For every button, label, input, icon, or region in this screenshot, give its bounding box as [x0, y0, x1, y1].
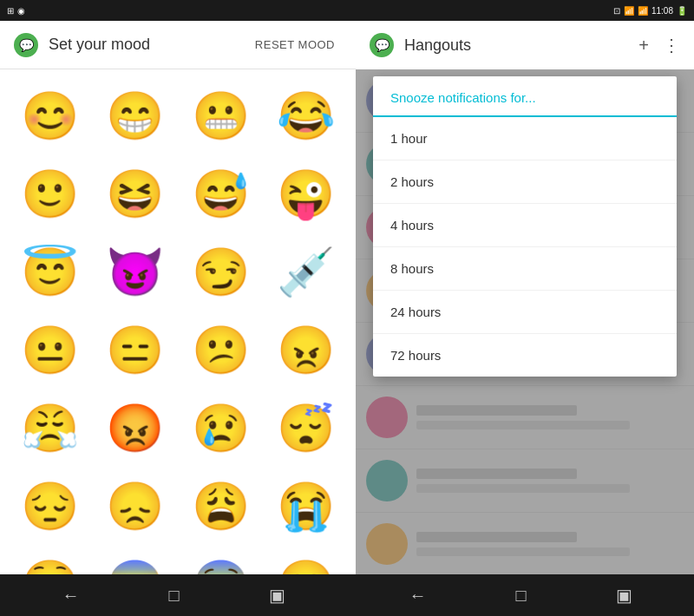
emoji-laugh-cry: 😂: [277, 92, 335, 139]
sim-icon: ⊡: [613, 6, 620, 16]
left-panel-title: Set your mood: [49, 36, 150, 54]
right-header-left: 💬 Hangouts: [370, 33, 471, 57]
logo-text-right: 💬: [375, 38, 390, 52]
emoji-cell-halo[interactable]: 😇: [7, 233, 93, 311]
status-bar-right: ⊡ 📶 📶 11:08 🔋: [613, 6, 687, 16]
emoji-cell-flushed[interactable]: 😳: [7, 545, 93, 574]
emoji-rage: 😡: [106, 404, 164, 451]
emoji-cell-laugh-cry[interactable]: 😂: [264, 76, 350, 154]
recent-button-right[interactable]: ▣: [602, 581, 646, 609]
emoji-cell-happy[interactable]: 😊: [7, 76, 93, 154]
emoji-cell-weary[interactable]: 😩: [178, 467, 264, 545]
emoji-expressionless: 😑: [106, 326, 164, 373]
right-panel-title: Hangouts: [404, 36, 471, 55]
battery-icon: 🔋: [677, 6, 687, 16]
emoji-cell-sweat-smile[interactable]: 😅: [178, 154, 264, 233]
emoji-slight-smile: 🙂: [21, 170, 79, 217]
back-button-left[interactable]: ←: [48, 582, 93, 609]
bottom-nav-right: ← □ ▣: [347, 574, 694, 616]
emoji-cell-big-grin[interactable]: 😁: [93, 76, 179, 154]
emoji-cell-scream[interactable]: 😱: [93, 545, 179, 574]
emoji-sad: 😔: [21, 482, 79, 529]
add-button[interactable]: +: [638, 36, 649, 56]
emoji-teeth-grin: 😬: [192, 92, 250, 139]
snooze-4hours[interactable]: 4 hours: [373, 204, 677, 247]
wifi-signal-icon: 📶: [624, 6, 634, 16]
right-bg-content: Snooze notifications for... 1 hour 2 hou…: [356, 69, 694, 574]
home-button-left[interactable]: □: [154, 582, 193, 609]
emoji-laugh: 😆: [106, 170, 164, 217]
emoji-cell-smirk[interactable]: 😏: [178, 233, 264, 311]
emoji-disappointed: 😞: [106, 482, 164, 529]
emoji-cell-sob[interactable]: 😭: [264, 467, 350, 545]
emoji-cell-sad[interactable]: 😔: [7, 467, 93, 545]
snooze-2hours[interactable]: 2 hours: [373, 161, 677, 204]
left-panel: 💬 Set your mood RESET MOOD 😊😁😬😂🙂😆😅😜😇😈😏💉😐…: [0, 21, 356, 574]
emoji-big-grin: 😁: [106, 92, 164, 139]
emoji-cell-wink-tongue[interactable]: 😜: [264, 154, 350, 233]
emoji-cell-neutral[interactable]: 😐: [7, 311, 93, 389]
emoji-cell-laugh[interactable]: 😆: [93, 154, 179, 233]
emoji-weary: 😩: [192, 482, 250, 529]
emoji-syringe: 💉: [277, 248, 335, 295]
emoji-angry: 😠: [277, 326, 335, 373]
notification-icon: ⊞: [7, 6, 14, 16]
main-content: 💬 Set your mood RESET MOOD 😊😁😬😂🙂😆😅😜😇😈😏💉😐…: [0, 21, 694, 574]
emoji-cell-sleeping[interactable]: 😴: [264, 389, 350, 467]
left-header-left: 💬 Set your mood: [14, 33, 150, 57]
emoji-sleeping: 😴: [277, 404, 335, 451]
emoji-cell-syringe[interactable]: 💉: [264, 233, 350, 311]
emoji-neutral: 😐: [21, 326, 79, 373]
emoji-happy: 😊: [21, 92, 79, 139]
emoji-flushed: 😳: [21, 560, 79, 574]
emoji-wink-tongue: 😜: [277, 170, 335, 217]
bottom-nav-left: ← □ ▣: [0, 574, 347, 616]
emoji-cell-fearful[interactable]: 😨: [178, 545, 264, 574]
emoji-cell-disappointed[interactable]: 😞: [93, 467, 179, 545]
snooze-8hours[interactable]: 8 hours: [373, 247, 677, 291]
hangouts-logo-left: 💬: [14, 33, 38, 57]
right-panel: 💬 Hangouts + ⋮: [356, 21, 694, 574]
back-button-right[interactable]: ←: [395, 582, 440, 609]
emoji-smirk: 😏: [192, 248, 250, 295]
emoji-sweat-smile: 😅: [192, 170, 250, 217]
status-bar: ⊞ ◉ ⊡ 📶 📶 11:08 🔋: [0, 0, 694, 21]
emoji-cell-rage[interactable]: 😡: [93, 389, 179, 467]
emoji-fearful: 😨: [192, 560, 250, 574]
emoji-cell-slight-smile[interactable]: 🙂: [7, 154, 93, 233]
right-header-icons: + ⋮: [638, 35, 680, 56]
snooze-24hours[interactable]: 24 hours: [373, 291, 677, 334]
emoji-steam: 😤: [21, 404, 79, 451]
snooze-1hour[interactable]: 1 hour: [373, 117, 677, 161]
emoji-cell-devil[interactable]: 😈: [93, 233, 179, 311]
time-display: 11:08: [651, 6, 673, 16]
emoji-halo: 😇: [21, 248, 79, 295]
signal-bars-icon: 📶: [638, 6, 648, 16]
left-header: 💬 Set your mood RESET MOOD: [0, 21, 356, 69]
more-options-button[interactable]: ⋮: [663, 35, 680, 56]
emoji-confused: 😕: [192, 326, 250, 373]
emoji-grid: 😊😁😬😂🙂😆😅😜😇😈😏💉😐😑😕😠😤😡😢😴😔😞😩😭😳😱😨😮😶😧😵🐥: [0, 69, 356, 574]
logo-text: 💬: [19, 38, 34, 52]
emoji-cell-cry[interactable]: 😢: [178, 389, 264, 467]
emoji-cell-steam[interactable]: 😤: [7, 389, 93, 467]
emoji-cell-open-mouth[interactable]: 😮: [264, 545, 350, 574]
hangouts-logo-right: 💬: [370, 33, 394, 57]
emoji-scream: 😱: [106, 560, 164, 574]
emoji-cell-angry[interactable]: 😠: [264, 311, 350, 389]
bottom-nav: ← □ ▣ ← □ ▣: [0, 574, 694, 616]
status-bar-left: ⊞ ◉: [7, 6, 25, 16]
emoji-cell-teeth-grin[interactable]: 😬: [178, 76, 264, 154]
reset-mood-button[interactable]: RESET MOOD: [248, 35, 342, 55]
emoji-sob: 😭: [277, 482, 335, 529]
snooze-72hours[interactable]: 72 hours: [373, 334, 677, 377]
snooze-dropdown: Snooze notifications for... 1 hour 2 hou…: [373, 76, 677, 377]
dropdown-header: Snooze notifications for...: [373, 76, 677, 117]
emoji-cell-confused[interactable]: 😕: [178, 311, 264, 389]
emoji-cell-expressionless[interactable]: 😑: [93, 311, 179, 389]
emoji-cry: 😢: [192, 404, 250, 451]
emoji-devil: 😈: [106, 248, 164, 295]
home-button-right[interactable]: □: [501, 582, 540, 609]
right-header: 💬 Hangouts + ⋮: [356, 21, 694, 69]
recent-button-left[interactable]: ▣: [255, 581, 299, 609]
